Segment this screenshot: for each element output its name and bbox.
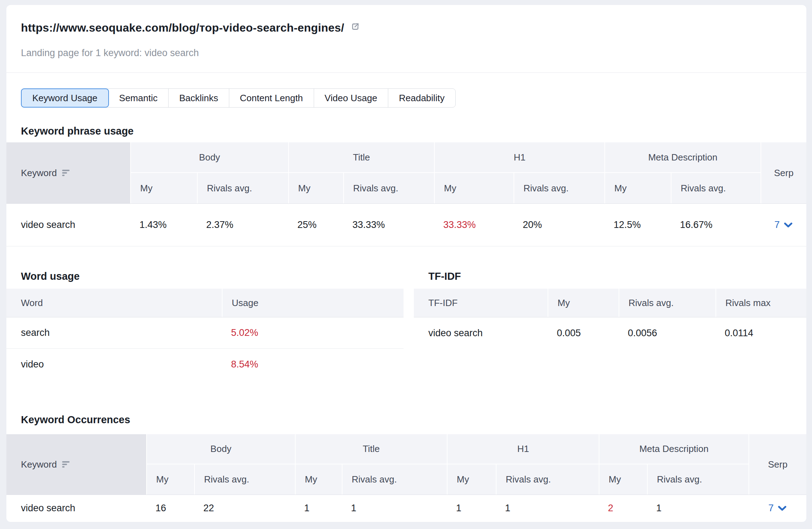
usage-cell: 5.02%	[222, 327, 404, 338]
word-usage-table: Word Usage search 5.02% video 8.54%	[6, 289, 404, 380]
page-header: https://www.seoquake.com/blog/тop-video-…	[6, 5, 806, 59]
sort-icon	[62, 461, 70, 468]
chevron-down-icon	[778, 506, 786, 511]
rivals-max-column-header: Rivals max	[715, 289, 806, 317]
serp-expand-button[interactable]: 7	[748, 503, 806, 514]
sort-icon	[62, 169, 70, 176]
report-tabs: Keyword Usage Semantic Backlinks Content…	[21, 88, 456, 108]
rivals-avg-column-header: Rivals avg.	[619, 289, 715, 317]
usage-column-header: Usage	[222, 289, 404, 317]
sub-header-title-my: My	[295, 464, 342, 495]
sub-header-meta-rivals: Rivals avg.	[647, 464, 748, 495]
tab-content-length[interactable]: Content Length	[229, 89, 314, 107]
cell-meta-my: 2	[599, 503, 647, 514]
cell-body-rivals: 2.37%	[197, 219, 288, 230]
sub-header-body-my: My	[130, 173, 197, 203]
keyword-phrase-usage-table: Keyword Body Title H1 Meta Description S…	[6, 142, 806, 246]
table-row: video search 1.43% 2.37% 25% 33.33% 33.3…	[6, 204, 806, 246]
cell-title-my: 1	[295, 503, 342, 514]
cell-title-rivals: 33.33%	[343, 219, 434, 230]
sub-header-body-rivals: Rivals avg.	[197, 173, 288, 203]
serp-count: 7	[774, 219, 780, 230]
cell-h1-my: 33.33%	[434, 219, 514, 230]
sub-header-meta-my: My	[604, 173, 671, 203]
table-row: video search 16 22 1 1 1 1 2 1 7	[6, 495, 806, 522]
page-subtitle: Landing page for 1 keyword: video search	[21, 47, 792, 59]
group-header-title: Title	[288, 142, 434, 173]
report-card: https://www.seoquake.com/blog/тop-video-…	[6, 5, 806, 522]
table-header: Keyword Body Title H1 Meta Description S…	[6, 434, 806, 495]
sub-header-h1-rivals: Rivals avg.	[496, 464, 599, 495]
section-title-tfidf: TF-IDF	[428, 270, 806, 282]
section-title-word-usage: Word usage	[21, 270, 404, 282]
chevron-down-icon	[784, 223, 792, 228]
serp-count: 7	[768, 503, 774, 514]
section-title-keyword-occurrences: Keyword Occurrences	[21, 414, 792, 426]
my-column-header: My	[548, 289, 619, 317]
tab-readability[interactable]: Readability	[388, 89, 455, 107]
sub-header-title-my: My	[288, 173, 343, 203]
landing-page-url-row: https://www.seoquake.com/blog/тop-video-…	[21, 21, 792, 35]
sub-header-title-rivals: Rivals avg.	[342, 464, 447, 495]
group-header-meta-description: Meta Description	[604, 142, 761, 173]
group-header-title: Title	[295, 434, 447, 464]
cell-body-rivals: 22	[194, 503, 295, 514]
sub-header-h1-my: My	[447, 464, 496, 495]
tfidf-column-header: TF-IDF	[414, 289, 548, 317]
tab-keyword-usage[interactable]: Keyword Usage	[21, 88, 109, 108]
cell-title-rivals: 1	[342, 503, 447, 514]
tfidf-rivals-max-cell: 0.0114	[715, 328, 806, 339]
sub-header-meta-my: My	[599, 464, 647, 495]
tab-semantic[interactable]: Semantic	[109, 89, 168, 107]
sub-header-h1-my: My	[434, 173, 514, 203]
tab-backlinks[interactable]: Backlinks	[168, 89, 229, 107]
word-cell: video	[6, 359, 222, 370]
table-row: video search 0.005 0.0056 0.0114	[414, 317, 806, 349]
serp-expand-button[interactable]: 7	[761, 219, 806, 230]
table-row: search 5.02%	[6, 317, 404, 349]
cell-meta-my: 12.5%	[604, 219, 671, 230]
word-cell: search	[6, 327, 222, 338]
row-keyword: video search	[6, 503, 146, 514]
tfidf-block: TF-IDF TF-IDF My Rivals avg. Rivals max …	[414, 270, 806, 380]
header-divider	[6, 72, 806, 73]
group-header-body: Body	[146, 434, 295, 464]
row-keyword: video search	[6, 219, 130, 230]
sub-header-body-my: My	[146, 464, 194, 495]
usage-cell: 8.54%	[222, 359, 404, 370]
table-header: Keyword Body Title H1 Meta Description S…	[6, 142, 806, 204]
word-usage-block: Word usage Word Usage search 5.02% video…	[6, 270, 404, 380]
keyword-occurrences-table: Keyword Body Title H1 Meta Description S…	[6, 434, 806, 522]
sub-header-title-rivals: Rivals avg.	[343, 173, 434, 203]
group-header-h1: H1	[447, 434, 599, 464]
landing-page-url: https://www.seoquake.com/blog/тop-video-…	[21, 21, 344, 34]
tfidf-rivals-avg-cell: 0.0056	[619, 328, 715, 339]
tfidf-my-cell: 0.005	[548, 328, 619, 339]
cell-meta-rivals: 16.67%	[671, 219, 761, 230]
cell-title-my: 25%	[288, 219, 343, 230]
group-header-h1: H1	[434, 142, 604, 173]
keyword-column-header[interactable]: Keyword	[6, 142, 130, 203]
word-usage-tfidf-section: Word usage Word Usage search 5.02% video…	[6, 270, 806, 380]
group-header-meta-description: Meta Description	[599, 434, 748, 464]
section-title-keyword-phrase-usage: Keyword phrase usage	[21, 125, 792, 137]
word-column-header: Word	[6, 289, 222, 317]
cell-meta-rivals: 1	[647, 503, 748, 514]
serp-column-header: Serp	[761, 142, 806, 203]
tfidf-table: TF-IDF My Rivals avg. Rivals max video s…	[414, 289, 806, 349]
cell-body-my: 16	[146, 503, 194, 514]
cell-h1-rivals: 1	[496, 503, 599, 514]
group-header-body: Body	[130, 142, 288, 173]
cell-body-my: 1.43%	[130, 219, 197, 230]
sub-header-meta-rivals: Rivals avg.	[671, 173, 761, 203]
table-row: video 8.54%	[6, 349, 404, 380]
cell-h1-rivals: 20%	[514, 219, 604, 230]
tfidf-keyword-cell: video search	[414, 328, 548, 339]
keyword-column-header[interactable]: Keyword	[6, 434, 146, 495]
external-link-icon[interactable]	[350, 21, 361, 32]
sub-header-h1-rivals: Rivals avg.	[514, 173, 604, 203]
tab-video-usage[interactable]: Video Usage	[314, 89, 388, 107]
serp-column-header: Serp	[748, 434, 806, 495]
cell-h1-my: 1	[447, 503, 496, 514]
sub-header-body-rivals: Rivals avg.	[194, 464, 295, 495]
